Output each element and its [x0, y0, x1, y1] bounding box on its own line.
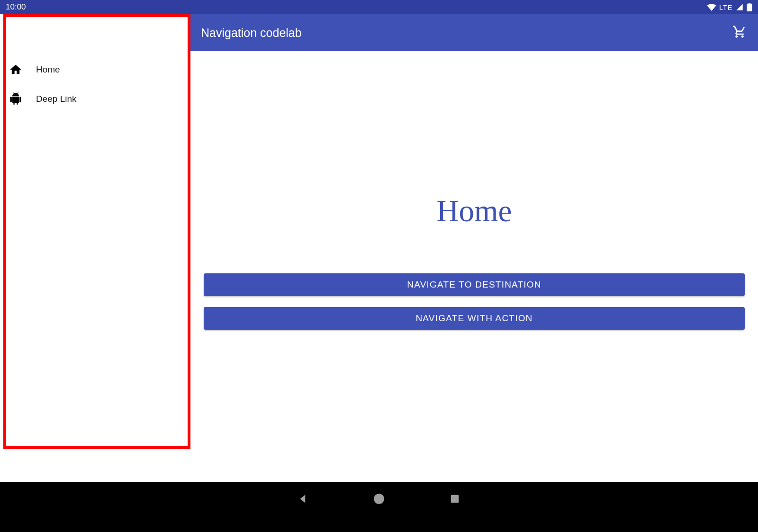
status-bar: 10:00 LTE [0, 0, 758, 14]
nav-recents-button[interactable] [448, 492, 462, 506]
main-column: Navigation codelab Home NAVIGATE TO DEST… [190, 14, 758, 482]
app-bar: Navigation codelab [190, 14, 758, 51]
nav-home-button[interactable] [372, 492, 386, 506]
drawer-header [0, 14, 190, 51]
status-indicators: LTE [707, 3, 752, 11]
screen: 10:00 LTE [0, 0, 758, 482]
navigate-action-button[interactable]: NAVIGATE WITH ACTION [204, 307, 745, 330]
nav-drawer: Home Deep Link [0, 14, 190, 482]
drawer-items: Home Deep Link [0, 51, 190, 114]
svg-point-0 [374, 494, 384, 504]
system-nav-bar [0, 482, 758, 532]
home-icon [9, 63, 23, 77]
drawer-item-home[interactable]: Home [0, 55, 190, 84]
drawer-item-label: Home [36, 64, 60, 75]
app-surface: 10:00 LTE [0, 0, 758, 482]
android-icon [9, 92, 23, 106]
drawer-item-deeplink[interactable]: Deep Link [0, 84, 190, 114]
svg-rect-1 [451, 495, 459, 503]
recents-icon [450, 494, 460, 504]
cart-button[interactable] [731, 25, 748, 41]
cart-icon [732, 25, 747, 41]
network-label: LTE [719, 3, 732, 11]
navigate-destination-button[interactable]: NAVIGATE TO DESTINATION [204, 273, 745, 296]
drawer-item-label: Deep Link [36, 94, 77, 104]
back-icon [297, 493, 309, 505]
nav-back-button[interactable] [296, 492, 310, 506]
cellular-icon [735, 3, 744, 11]
wifi-icon [707, 3, 716, 11]
appbar-title: Navigation codelab [201, 26, 302, 40]
button-label: NAVIGATE WITH ACTION [415, 313, 532, 324]
device-frame: 10:00 LTE [0, 0, 758, 532]
battery-icon [747, 3, 752, 11]
button-label: NAVIGATE TO DESTINATION [407, 280, 541, 290]
content-area: Home NAVIGATE TO DESTINATION NAVIGATE WI… [190, 51, 758, 482]
page-heading: Home [437, 193, 512, 229]
app-body: Home Deep Link Navigation codelab [0, 14, 758, 482]
status-time: 10:00 [6, 2, 26, 12]
home-circle-icon [373, 493, 385, 505]
